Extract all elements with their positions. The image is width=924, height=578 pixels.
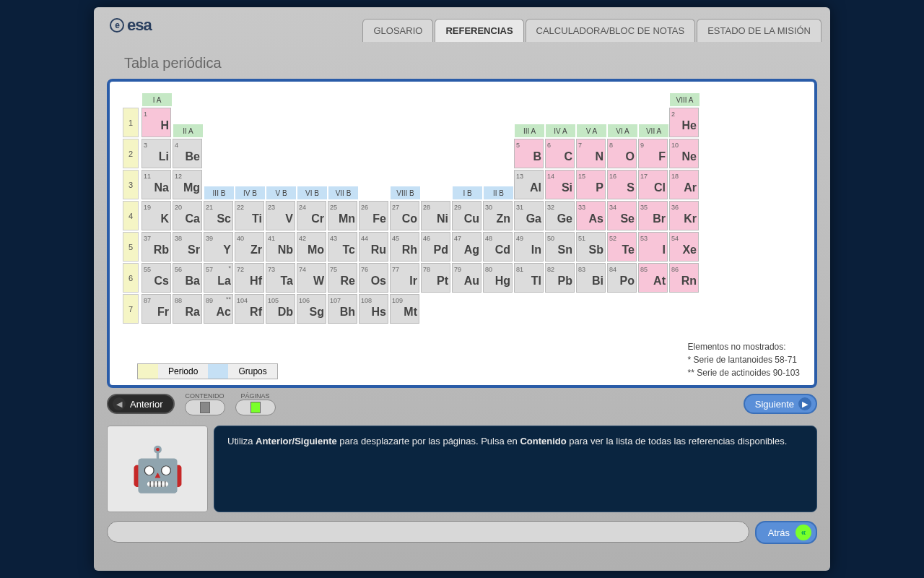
element-Mt[interactable]: 109Mt: [390, 294, 419, 324]
element-Bi[interactable]: 83Bi: [576, 263, 606, 293]
element-F[interactable]: 9F: [638, 139, 668, 168]
element-La[interactable]: 57*La: [204, 263, 233, 293]
legend-period-label: Periodo: [158, 364, 208, 379]
element-Co[interactable]: 27Co: [390, 201, 419, 230]
element-Ir[interactable]: 77Ir: [390, 263, 419, 293]
element-Po[interactable]: 84Po: [607, 263, 637, 293]
command-input[interactable]: [107, 521, 749, 543]
element-Hs[interactable]: 108Hs: [359, 294, 388, 324]
element-Fe[interactable]: 26Fe: [359, 201, 388, 230]
element-Rn[interactable]: 86Rn: [669, 263, 699, 293]
contenido-button[interactable]: CONTENIDO: [185, 392, 225, 415]
element-B[interactable]: 5B: [514, 139, 544, 168]
element-Au[interactable]: 79Au: [452, 263, 481, 293]
element-Sb[interactable]: 51Sb: [576, 232, 606, 262]
element-Te[interactable]: 52Te: [607, 232, 637, 262]
element-Sr[interactable]: 38Sr: [173, 232, 202, 262]
element-Zr[interactable]: 40Zr: [235, 232, 264, 262]
element-Ru[interactable]: 44Ru: [359, 232, 388, 262]
element-In[interactable]: 49In: [514, 232, 544, 262]
element-Se[interactable]: 34Se: [607, 201, 637, 230]
element-Pb[interactable]: 82Pb: [545, 263, 575, 293]
element-Ca[interactable]: 20Ca: [173, 201, 202, 230]
period-label: 6: [123, 263, 139, 293]
element-Ni[interactable]: 28Ni: [421, 201, 450, 230]
element-Y[interactable]: 39Y: [204, 232, 233, 262]
element-Na[interactable]: 11Na: [141, 170, 171, 199]
group-label: V A: [577, 124, 606, 137]
element-As[interactable]: 33As: [576, 201, 606, 230]
element-Cr[interactable]: 24Cr: [297, 201, 326, 230]
element-Nb[interactable]: 41Nb: [266, 232, 295, 262]
element-P[interactable]: 15P: [576, 170, 606, 199]
period-label: 5: [123, 232, 139, 262]
element-Os[interactable]: 76Os: [359, 263, 388, 293]
element-Fr[interactable]: 87Fr: [141, 294, 171, 324]
element-Tl[interactable]: 81Tl: [514, 263, 544, 293]
element-Xe[interactable]: 54Xe: [669, 232, 699, 262]
element-Rb[interactable]: 37Rb: [141, 232, 171, 262]
element-Sc[interactable]: 21Sc: [204, 201, 233, 230]
element-Ge[interactable]: 32Ge: [545, 201, 575, 230]
element-Re[interactable]: 75Re: [328, 263, 357, 293]
element-Ne[interactable]: 10Ne: [669, 139, 699, 168]
element-Cu[interactable]: 29Cu: [452, 201, 481, 230]
tab-estado-de-la-misi-n[interactable]: ESTADO DE LA MISIÓN: [697, 19, 821, 42]
element-Db[interactable]: 105Db: [266, 294, 295, 324]
element-Al[interactable]: 13Al: [514, 170, 544, 199]
element-O[interactable]: 8O: [607, 139, 637, 168]
element-W[interactable]: 74W: [297, 263, 326, 293]
element-Sn[interactable]: 50Sn: [545, 232, 575, 262]
element-Si[interactable]: 14Si: [545, 170, 575, 199]
element-Ga[interactable]: 31Ga: [514, 201, 544, 230]
element-Zn[interactable]: 30Zn: [483, 201, 513, 230]
paginas-button[interactable]: PÁGINAS: [235, 392, 276, 415]
element-K[interactable]: 19K: [141, 201, 171, 230]
element-Kr[interactable]: 36Kr: [669, 201, 699, 230]
element-Cl[interactable]: 17Cl: [638, 170, 668, 199]
element-Hf[interactable]: 72Hf: [235, 263, 264, 293]
element-At[interactable]: 85At: [638, 263, 668, 293]
element-He[interactable]: 2He: [669, 108, 699, 137]
element-Ba[interactable]: 56Ba: [173, 263, 202, 293]
element-Rh[interactable]: 45Rh: [390, 232, 419, 262]
element-Sg[interactable]: 106Sg: [297, 294, 326, 324]
element-Mn[interactable]: 25Mn: [328, 201, 357, 230]
element-N[interactable]: 7N: [576, 139, 606, 168]
element-Rf[interactable]: 104Rf: [235, 294, 264, 324]
element-Li[interactable]: 3Li: [141, 139, 171, 168]
element-H[interactable]: 1H: [141, 108, 171, 137]
tab-calculadora-bloc-de-notas[interactable]: CALCULADORA/BLOC DE NOTAS: [526, 19, 696, 42]
element-Hg[interactable]: 80Hg: [483, 263, 513, 293]
element-Ag[interactable]: 47Ag: [452, 232, 481, 262]
element-V[interactable]: 23V: [266, 201, 295, 230]
element-I[interactable]: 53I: [638, 232, 668, 262]
tab-referencias[interactable]: REFERENCIAS: [435, 19, 523, 42]
period-label: 4: [123, 201, 139, 230]
element-Ta[interactable]: 73Ta: [266, 263, 295, 293]
element-Ac[interactable]: 89**Ac: [204, 294, 233, 324]
element-Tc[interactable]: 43Tc: [328, 232, 357, 262]
element-Pt[interactable]: 78Pt: [421, 263, 450, 293]
element-Ti[interactable]: 22Ti: [235, 201, 264, 230]
notes-title: Elementos no mostrados:: [688, 340, 800, 353]
element-C[interactable]: 6C: [545, 139, 575, 168]
notes-actinides: ** Serie de actinoides 90-103: [688, 366, 800, 379]
element-Cs[interactable]: 55Cs: [141, 263, 171, 293]
prev-label: Anterior: [130, 399, 163, 410]
next-button[interactable]: Siguiente ▶: [744, 394, 817, 414]
period-label: 2: [123, 139, 139, 168]
element-Pd[interactable]: 46Pd: [421, 232, 450, 262]
tab-glosario[interactable]: GLOSARIO: [362, 19, 433, 42]
prev-button[interactable]: ◀ Anterior: [107, 394, 175, 414]
element-Ra[interactable]: 88Ra: [173, 294, 202, 324]
element-Be[interactable]: 4Be: [173, 139, 202, 168]
element-Mo[interactable]: 42Mo: [297, 232, 326, 262]
element-Ar[interactable]: 18Ar: [669, 170, 699, 199]
back-button[interactable]: Atrás «: [755, 521, 817, 544]
element-Bh[interactable]: 107Bh: [328, 294, 357, 324]
element-Br[interactable]: 35Br: [638, 201, 668, 230]
element-S[interactable]: 16S: [607, 170, 637, 199]
element-Cd[interactable]: 48Cd: [483, 232, 513, 262]
element-Mg[interactable]: 12Mg: [173, 170, 202, 199]
